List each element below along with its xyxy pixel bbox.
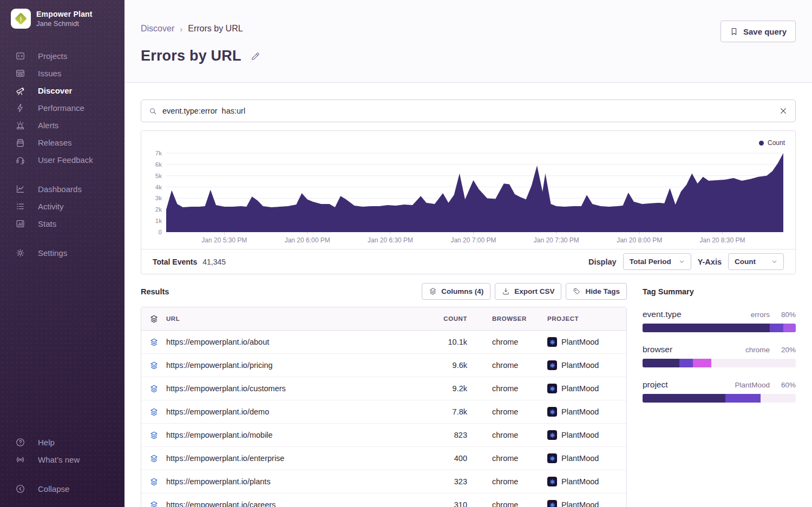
table-row[interactable]: https://empowerplant.io/demo 7.8k chrome… <box>141 400 626 424</box>
events-chart[interactable]: 01k2k3k4k5k6k7kJan 20 5:30 PMJan 20 6:00… <box>141 131 795 249</box>
search-input[interactable] <box>162 107 774 115</box>
url-cell[interactable]: https://empowerplant.io/enterprise <box>166 454 403 463</box>
stack-icon[interactable] <box>141 384 166 393</box>
bookmark-icon <box>730 27 738 36</box>
tag-bar-segment <box>679 359 693 367</box>
browser-cell: chrome <box>492 501 547 507</box>
project-cell: PlantMood <box>547 430 626 440</box>
sidebar-item-alerts[interactable]: Alerts <box>0 116 125 134</box>
chart-panel: 01k2k3k4k5k6k7kJan 20 5:30 PMJan 20 6:00… <box>141 130 796 274</box>
tag-bar-segment <box>783 324 796 332</box>
sidebar-item-label: Help <box>38 438 55 447</box>
sidebar-item-dashboards[interactable]: Dashboards <box>0 180 125 197</box>
clear-search-icon[interactable] <box>779 107 788 115</box>
project-name: PlantMood <box>561 454 599 463</box>
table-row[interactable]: https://empowerplant.io/careers 310 chro… <box>141 493 626 507</box>
releases-box-icon <box>15 137 25 148</box>
yaxis-value: Count <box>735 258 756 266</box>
sidebar-item-performance[interactable]: Performance <box>0 99 125 116</box>
org-switcher[interactable]: Empower Plant Jane Schmidt <box>0 9 125 29</box>
sidebar-item-label: Settings <box>38 248 67 258</box>
sidebar: Empower Plant Jane Schmidt Projects Issu… <box>0 0 125 507</box>
search-icon <box>149 107 157 115</box>
sidebar-item-settings[interactable]: Settings <box>0 244 125 261</box>
stack-icon[interactable] <box>141 477 166 486</box>
chart-footer: Total Events 41,345 Display Total Period… <box>141 249 795 274</box>
table-row[interactable]: https://empowerplant.io/customers 9.2k c… <box>141 377 626 400</box>
stack-icon[interactable] <box>141 454 166 463</box>
tag-distribution-bar[interactable] <box>643 324 796 332</box>
sidebar-item-label: Stats <box>38 219 56 228</box>
display-label: Display <box>588 258 617 266</box>
url-cell[interactable]: https://empowerplant.io/demo <box>166 407 403 416</box>
sidebar-item-releases[interactable]: Releases <box>0 134 125 151</box>
stack-icon[interactable] <box>141 314 166 324</box>
table-row[interactable]: https://empowerplant.io/plants 323 chrom… <box>141 470 626 493</box>
stack-icon[interactable] <box>141 407 166 417</box>
export-csv-button[interactable]: Export CSV <box>495 283 561 300</box>
sidebar-item-label: Projects <box>38 51 67 61</box>
save-query-button[interactable]: Save query <box>721 21 796 42</box>
yaxis-select[interactable]: Count <box>728 253 784 270</box>
sidebar-item-stats[interactable]: Stats <box>0 215 125 232</box>
table-row[interactable]: https://empowerplant.io/enterprise 400 c… <box>141 447 626 470</box>
sidebar-item-projects[interactable]: Projects <box>0 47 125 64</box>
column-header-count[interactable]: COUNT <box>403 315 467 322</box>
breadcrumb-current: Errors by URL <box>188 24 243 34</box>
broadcast-icon <box>15 455 25 465</box>
tag-entry: event.type errors 80% <box>643 310 796 332</box>
chart-legend[interactable]: Count <box>759 139 785 147</box>
sidebar-item-user-feedback[interactable]: User Feedback <box>0 151 125 168</box>
url-cell[interactable]: https://empowerplant.io/customers <box>166 384 403 393</box>
hide-tags-button[interactable]: Hide Tags <box>566 283 627 300</box>
total-events-label: Total Events <box>153 258 197 266</box>
tag-name: project <box>643 380 668 390</box>
table-row[interactable]: https://empowerplant.io/pricing 9.6k chr… <box>141 354 626 377</box>
sidebar-item-help[interactable]: Help <box>0 433 125 451</box>
sidebar-nav: Projects Issues Discover Performance Ale… <box>0 47 125 261</box>
tag-name: event.type <box>643 310 682 319</box>
sidebar-item-discover[interactable]: Discover <box>0 82 125 99</box>
count-cell: 10.1k <box>403 338 467 346</box>
breadcrumb-discover[interactable]: Discover <box>141 24 174 34</box>
sidebar-item-activity[interactable]: Activity <box>0 197 125 215</box>
column-header-browser[interactable]: BROWSER <box>492 315 547 322</box>
column-header-url[interactable]: URL <box>166 315 403 322</box>
url-cell[interactable]: https://empowerplant.io/mobile <box>166 431 403 439</box>
plantmood-project-icon <box>547 477 557 486</box>
chevron-down-icon <box>771 259 777 265</box>
tag-distribution-bar[interactable] <box>643 394 796 403</box>
url-cell[interactable]: https://empowerplant.io/plants <box>166 477 403 486</box>
plantmood-project-icon <box>547 500 557 507</box>
url-cell[interactable]: https://empowerplant.io/careers <box>166 501 403 507</box>
project-name: PlantMood <box>561 384 599 393</box>
alerts-siren-icon <box>15 120 25 130</box>
url-cell[interactable]: https://empowerplant.io/pricing <box>166 361 403 370</box>
search-bar <box>141 100 796 122</box>
stack-icon[interactable] <box>141 501 166 507</box>
stack-icon[interactable] <box>141 431 166 440</box>
sidebar-item-whats-new[interactable]: What’s new <box>0 451 125 468</box>
settings-gear-icon <box>15 248 25 258</box>
stack-icon[interactable] <box>141 338 166 347</box>
sidebar-item-label: Discover <box>38 86 72 95</box>
sidebar-item-label: Collapse <box>38 484 69 493</box>
browser-cell: chrome <box>492 454 547 463</box>
column-header-project[interactable]: PROJECT <box>547 315 626 322</box>
sidebar-item-issues[interactable]: Issues <box>0 64 125 82</box>
browser-cell: chrome <box>492 361 547 370</box>
total-events-value: 41,345 <box>202 258 226 266</box>
columns-button[interactable]: Columns (4) <box>422 283 490 300</box>
project-name: PlantMood <box>561 501 599 507</box>
project-cell: PlantMood <box>547 384 626 393</box>
display-select[interactable]: Total Period <box>623 253 691 270</box>
sidebar-item-collapse[interactable]: Collapse <box>0 480 125 497</box>
sidebar-item-label: Issues <box>38 69 61 78</box>
org-logo-icon <box>11 9 31 29</box>
table-row[interactable]: https://empowerplant.io/about 10.1k chro… <box>141 331 626 354</box>
stack-icon[interactable] <box>141 361 166 370</box>
edit-pencil-icon[interactable] <box>250 51 261 62</box>
url-cell[interactable]: https://empowerplant.io/about <box>166 338 403 346</box>
tag-distribution-bar[interactable] <box>643 359 796 367</box>
table-row[interactable]: https://empowerplant.io/mobile 823 chrom… <box>141 424 626 447</box>
